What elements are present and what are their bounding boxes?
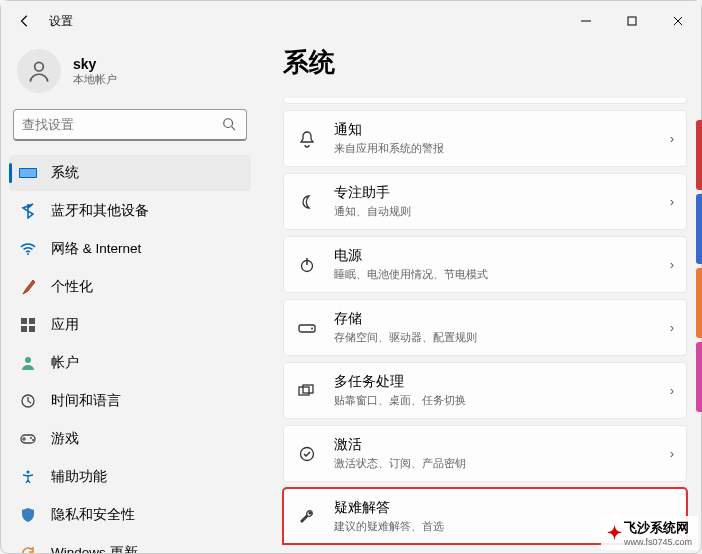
svg-rect-24 xyxy=(299,387,309,395)
card-subtitle: 激活状态、订阅、产品密钥 xyxy=(334,456,662,471)
card-subtitle: 存储空间、驱动器、配置规则 xyxy=(334,330,662,345)
windows-icon xyxy=(296,380,318,402)
page-title: 系统 xyxy=(283,45,687,80)
bluetooth-icon xyxy=(19,202,37,220)
card-focus[interactable]: 专注助手 通知、自动规则 › xyxy=(283,173,687,230)
account-section[interactable]: sky 本地帐户 xyxy=(9,45,251,109)
card-subtitle: 睡眠、电池使用情况、节电模式 xyxy=(334,267,662,282)
sidebar-item-label: 网络 & Internet xyxy=(51,240,141,258)
sidebar-item-label: 蓝牙和其他设备 xyxy=(51,202,149,220)
sidebar-item-label: 应用 xyxy=(51,316,79,334)
sidebar-item-label: 系统 xyxy=(51,164,79,182)
avatar xyxy=(17,49,61,93)
sidebar-item-label: Windows 更新 xyxy=(51,544,138,553)
settings-window: 设置 sky 本地帐户 xyxy=(0,0,702,554)
svg-point-19 xyxy=(27,471,30,474)
back-button[interactable] xyxy=(9,5,41,37)
sidebar-item-bluetooth[interactable]: 蓝牙和其他设备 xyxy=(9,193,251,229)
chevron-right-icon: › xyxy=(670,132,674,146)
sidebar-item-label: 帐户 xyxy=(51,354,79,372)
sidebar-item-network[interactable]: 网络 & Internet xyxy=(9,231,251,267)
card-subtitle: 通知、自动规则 xyxy=(334,204,662,219)
card-notifications[interactable]: 通知 来自应用和系统的警报 › xyxy=(283,110,687,167)
svg-point-14 xyxy=(25,357,31,363)
sidebar-item-label: 游戏 xyxy=(51,430,79,448)
partial-card-above xyxy=(283,98,687,104)
card-title: 专注助手 xyxy=(334,184,662,202)
watermark: ✦ 飞沙系统网 www.fs0745.com xyxy=(601,516,698,550)
chevron-right-icon: › xyxy=(670,384,674,398)
main-panel: 系统 通知 来自应用和系统的警报 › 专注助手 通知、自动规则 › xyxy=(259,41,701,553)
maximize-button[interactable] xyxy=(609,5,655,37)
card-power[interactable]: 电源 睡眠、电池使用情况、节电模式 › xyxy=(283,236,687,293)
svg-rect-25 xyxy=(303,385,313,393)
svg-line-6 xyxy=(232,126,236,130)
search-icon xyxy=(222,117,238,133)
sidebar-item-update[interactable]: Windows 更新 xyxy=(9,535,251,553)
search-input[interactable] xyxy=(22,117,222,132)
sidebar-item-time[interactable]: 时间和语言 xyxy=(9,383,251,419)
svg-rect-13 xyxy=(29,326,35,332)
svg-point-17 xyxy=(30,437,32,439)
sidebar-item-label: 隐私和安全性 xyxy=(51,506,135,524)
sidebar-item-accessibility[interactable]: 辅助功能 xyxy=(9,459,251,495)
sidebar-item-system[interactable]: 系统 xyxy=(9,155,251,191)
svg-point-23 xyxy=(311,327,313,329)
card-activation[interactable]: 激活 激活状态、订阅、产品密钥 › xyxy=(283,425,687,482)
card-subtitle: 贴靠窗口、桌面、任务切换 xyxy=(334,393,662,408)
svg-rect-11 xyxy=(29,318,35,324)
card-title: 激活 xyxy=(334,436,662,454)
minimize-button[interactable] xyxy=(563,5,609,37)
account-subtitle: 本地帐户 xyxy=(73,72,117,87)
chevron-right-icon: › xyxy=(670,447,674,461)
moon-icon xyxy=(296,191,318,213)
sidebar-item-label: 时间和语言 xyxy=(51,392,121,410)
power-icon xyxy=(296,254,318,276)
watermark-logo: ✦ xyxy=(607,522,622,544)
svg-point-4 xyxy=(35,62,44,71)
window-body: sky 本地帐户 系统 蓝牙和其他设备 网络 & Internet xyxy=(1,41,701,553)
sidebar-item-accounts[interactable]: 帐户 xyxy=(9,345,251,381)
svg-rect-8 xyxy=(20,169,36,177)
close-button[interactable] xyxy=(655,5,701,37)
person-icon xyxy=(19,354,37,372)
bell-icon xyxy=(296,128,318,150)
watermark-brand: 飞沙系统网 xyxy=(624,520,689,535)
titlebar: 设置 xyxy=(1,1,701,41)
edge-decoration xyxy=(696,120,702,460)
svg-rect-12 xyxy=(21,326,27,332)
drive-icon xyxy=(296,317,318,339)
card-title: 存储 xyxy=(334,310,662,328)
svg-point-5 xyxy=(224,118,233,127)
svg-point-18 xyxy=(32,439,34,441)
sidebar-item-apps[interactable]: 应用 xyxy=(9,307,251,343)
check-circle-icon xyxy=(296,443,318,465)
system-icon xyxy=(19,164,37,182)
chevron-right-icon: › xyxy=(670,195,674,209)
gamepad-icon xyxy=(19,430,37,448)
card-title: 多任务处理 xyxy=(334,373,662,391)
wifi-icon xyxy=(19,240,37,258)
window-controls xyxy=(563,5,701,37)
sidebar-item-personalization[interactable]: 个性化 xyxy=(9,269,251,305)
wrench-icon xyxy=(296,506,318,528)
shield-icon xyxy=(19,506,37,524)
chevron-right-icon: › xyxy=(670,321,674,335)
chevron-right-icon: › xyxy=(670,258,674,272)
sidebar-item-privacy[interactable]: 隐私和安全性 xyxy=(9,497,251,533)
sidebar: sky 本地帐户 系统 蓝牙和其他设备 网络 & Internet xyxy=(1,41,259,553)
card-multitasking[interactable]: 多任务处理 贴靠窗口、桌面、任务切换 › xyxy=(283,362,687,419)
accessibility-icon xyxy=(19,468,37,486)
svg-rect-1 xyxy=(628,17,636,25)
card-storage[interactable]: 存储 存储空间、驱动器、配置规则 › xyxy=(283,299,687,356)
account-name: sky xyxy=(73,56,117,72)
svg-rect-10 xyxy=(21,318,27,324)
card-title: 通知 xyxy=(334,121,662,139)
watermark-url: www.fs0745.com xyxy=(624,537,692,547)
card-subtitle: 来自应用和系统的警报 xyxy=(334,141,662,156)
card-title: 电源 xyxy=(334,247,662,265)
window-title: 设置 xyxy=(49,13,73,30)
sidebar-item-gaming[interactable]: 游戏 xyxy=(9,421,251,457)
card-title: 疑难解答 xyxy=(334,499,674,517)
search-box[interactable] xyxy=(13,109,247,141)
